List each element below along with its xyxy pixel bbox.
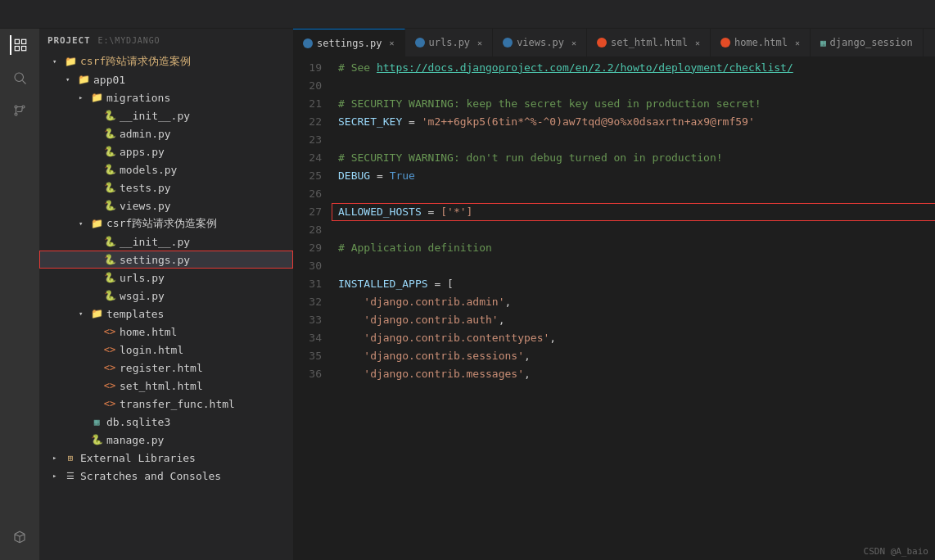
python-icon: 🐍 (103, 290, 116, 301)
code-token: DEBUG (338, 168, 370, 185)
tree-item-label: set_html.html (120, 380, 203, 392)
source-control-icon[interactable] (10, 101, 29, 120)
tree-item-urls-py[interactable]: ▸ 🐍 urls.py (39, 269, 293, 287)
tree-item-templates[interactable]: ▾ 📁 templates (39, 305, 293, 323)
tab-label: home.html (734, 37, 788, 48)
code-line-31: INSTALLED_APPS = [ (338, 275, 935, 293)
tree-item-csrf-root[interactable]: ▾ 📁 csrf跨站请求伪造案例 (39, 52, 293, 70)
tree-item-register-html[interactable]: ▸ <> register.html (39, 359, 293, 377)
tree-item-label: tests.py (120, 182, 171, 194)
python-icon: 🐍 (103, 146, 116, 157)
tree-item-label: login.html (120, 344, 183, 356)
tab-close[interactable]: ✕ (795, 38, 800, 47)
code-token (338, 330, 364, 347)
python-icon: 🐍 (103, 254, 116, 265)
code-line-21: # SECURITY WARNING: keep the secret key … (338, 95, 935, 113)
svg-point-7 (22, 106, 25, 108)
code-line-28 (338, 221, 935, 239)
python-icon: 🐍 (90, 434, 103, 445)
tree-item-manage-py[interactable]: ▸ 🐍 manage.py (39, 431, 293, 449)
folder-icon: 📁 (77, 74, 90, 85)
tab-urls-py[interactable]: urls.py ✕ (405, 29, 494, 56)
code-token: = (370, 168, 389, 185)
tab-set-html[interactable]: set_html.html ✕ (587, 29, 711, 56)
tree-item-home-html[interactable]: ▸ <> home.html (39, 323, 293, 341)
tree-item-db-sqlite[interactable]: ▸ ▦ db.sqlite3 (39, 413, 293, 431)
code-line-26 (338, 185, 935, 203)
tab-close[interactable]: ✕ (695, 38, 700, 47)
tab-django-session[interactable]: ▦ django_session (811, 29, 924, 56)
tree-item-label: External Libraries (80, 452, 196, 464)
code-line-34: 'django.contrib.contenttypes', (338, 329, 935, 347)
tree-item-settings-py[interactable]: ▸ 🐍 settings.py (39, 251, 293, 269)
tree-item-label: views.py (120, 200, 171, 212)
tree-item-wsgi-py[interactable]: ▸ 🐍 wsgi.py (39, 287, 293, 305)
code-token: , (524, 366, 531, 383)
tree-item-migrations[interactable]: ▸ 📁 migrations (39, 88, 293, 106)
folder-icon: 📁 (64, 56, 77, 67)
tree-item-proj-init[interactable]: ▸ 🐍 __init__.py (39, 233, 293, 251)
tab-close[interactable]: ✕ (571, 38, 576, 47)
tree-item-label: apps.py (120, 146, 165, 158)
code-token (338, 294, 364, 311)
tab-close[interactable]: ✕ (389, 38, 394, 47)
tree-item-label: __init__.py (120, 110, 190, 122)
tree-item-csrf-project[interactable]: ▾ 📁 csrf跨站请求伪造案例 (39, 215, 293, 233)
file-tree: ▾ 📁 csrf跨站请求伪造案例 ▾ 📁 app01 ▸ 📁 migration… (39, 52, 293, 560)
code-line-33: 'django.contrib.auth', (338, 311, 935, 329)
python-icon: 🐍 (103, 200, 116, 211)
editor-tab-bar: settings.py ✕ urls.py ✕ views.py ✕ set_h… (293, 29, 935, 57)
html-icon: <> (103, 380, 116, 391)
svg-line-5 (22, 80, 25, 84)
tree-item-tests-py[interactable]: ▸ 🐍 tests.py (39, 178, 293, 196)
code-token: 'django.contrib.contenttypes' (364, 330, 549, 347)
extensions-icon[interactable] (10, 527, 29, 547)
svg-rect-1 (22, 39, 26, 43)
explorer-icon[interactable] (10, 35, 29, 55)
search-icon[interactable] (10, 68, 29, 88)
svg-rect-0 (15, 39, 19, 43)
code-content[interactable]: 19 20 21 22 23 24 25 26 27 28 29 30 31 3… (293, 57, 935, 560)
code-line-25: DEBUG = True (338, 167, 935, 185)
db-icon: ▦ (90, 417, 103, 427)
tree-item-views-py[interactable]: ▸ 🐍 views.py (39, 196, 293, 215)
code-token (338, 312, 364, 329)
html-icon: <> (103, 326, 116, 337)
tree-item-label: __init__.py (120, 236, 190, 248)
code-line-27: ALLOWED_HOSTS = ['*'] (332, 203, 935, 221)
code-token: ALLOWED_HOSTS (338, 204, 422, 221)
tab-home-html[interactable]: home.html ✕ (711, 29, 811, 56)
code-token: = (422, 204, 440, 221)
tree-item-admin-py[interactable]: ▸ 🐍 admin.py (39, 124, 293, 142)
code-token: 'm2++6gkp5(6tin*^%-^0)aw7tqd@9o%x0dsaxrt… (422, 114, 755, 131)
library-icon: ⊞ (64, 453, 77, 463)
tab-settings-py[interactable]: settings.py ✕ (293, 29, 405, 56)
chevron-icon: ▸ (79, 93, 87, 102)
python-icon: 🐍 (103, 272, 116, 283)
tree-item-set-html[interactable]: ▸ <> set_html.html (39, 377, 293, 395)
tree-item-login-html[interactable]: ▸ <> login.html (39, 341, 293, 359)
tree-item-models-py[interactable]: ▸ 🐍 models.py (39, 160, 293, 178)
html-icon (597, 38, 607, 47)
py-icon (303, 38, 313, 48)
tab-close[interactable]: ✕ (477, 38, 482, 47)
tree-item-label: templates (106, 308, 164, 320)
py-icon (415, 38, 425, 47)
tree-item-transfer-html[interactable]: ▸ <> transfer_func.html (39, 395, 293, 413)
code-token: 'django.contrib.admin' (364, 294, 504, 311)
tree-item-init-py[interactable]: ▸ 🐍 __init__.py (39, 106, 293, 124)
tree-item-external-libraries[interactable]: ▸ ⊞ External Libraries (39, 449, 293, 467)
tree-item-scratches[interactable]: ▸ ☰ Scratches and Consoles (39, 467, 293, 485)
tree-item-label: wsgi.py (120, 290, 165, 302)
tab-views-py[interactable]: views.py ✕ (493, 29, 587, 56)
tree-item-apps-py[interactable]: ▸ 🐍 apps.py (39, 142, 293, 160)
tree-item-app01[interactable]: ▾ 📁 app01 (39, 70, 293, 88)
svg-point-8 (15, 106, 17, 108)
tree-item-label: admin.py (120, 128, 171, 140)
code-token: SECRET_KEY (338, 114, 402, 131)
code-token: , (549, 330, 556, 347)
code-token: 'django.contrib.sessions' (364, 348, 524, 365)
code-token (338, 366, 364, 383)
tree-item-label: register.html (120, 362, 203, 374)
html-icon: <> (103, 398, 116, 409)
